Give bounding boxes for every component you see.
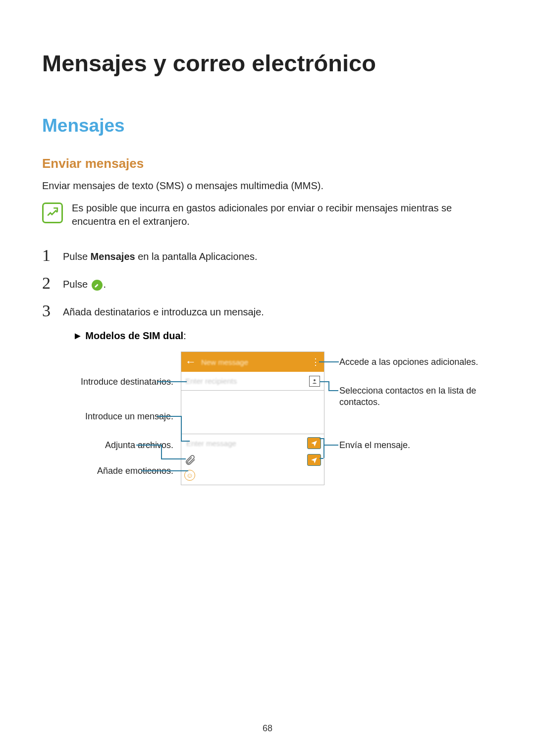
message-body-area xyxy=(181,391,324,434)
step-number: 3 xyxy=(42,302,53,319)
callout-line xyxy=(319,361,339,362)
callout-line xyxy=(328,381,329,390)
text: Pulse xyxy=(63,279,91,290)
callout-line xyxy=(323,438,324,458)
subsection-heading: Enviar mensajes xyxy=(42,156,493,171)
step-text: Pulse Mensajes en la pantalla Aplicacion… xyxy=(63,247,258,262)
callout-line xyxy=(328,390,338,391)
emoji-row: ☺ xyxy=(181,470,324,485)
contacts-icon xyxy=(309,376,320,387)
step-3: 3 Añada destinatarios e introduzca un me… xyxy=(42,302,493,319)
message-placeholder: Enter message xyxy=(184,439,303,448)
send-icon-2 xyxy=(307,454,321,466)
text: Pulse xyxy=(63,251,91,262)
note-text: Es posible que incurra en gastos adicion… xyxy=(72,202,493,228)
svg-point-0 xyxy=(314,379,316,381)
recipients-placeholder: Enter recipients xyxy=(185,377,237,385)
attach-icon xyxy=(184,454,196,466)
callout-line xyxy=(141,470,188,471)
message-input-row2 xyxy=(181,452,324,470)
step-text: Pulse . xyxy=(63,275,106,291)
callout-line xyxy=(320,438,323,439)
compose-icon xyxy=(92,280,103,291)
emoji-icon: ☺ xyxy=(184,470,195,481)
callout-line xyxy=(181,416,182,441)
phone-header: ← New message ⋮ xyxy=(181,352,324,372)
section-heading: Mensajes xyxy=(42,115,493,136)
callout-more-options: Accede a las opciones adicionales. xyxy=(339,356,488,368)
callout-recipients: Introduce destinatarios. xyxy=(42,376,173,388)
page-number: 68 xyxy=(0,723,535,734)
step-3-sub: ► Modelos de SIM dual: xyxy=(73,330,493,342)
callout-line xyxy=(161,445,162,458)
intro-text: Enviar mensajes de texto (SMS) o mensaje… xyxy=(42,180,493,192)
text: : xyxy=(183,330,186,341)
note-block: Es posible que incurra en gastos adicion… xyxy=(42,202,493,228)
callout-attach: Adjunta archivos. xyxy=(42,440,173,451)
message-input-row: Enter message xyxy=(181,434,324,452)
send-column xyxy=(307,437,321,449)
back-icon: ← xyxy=(185,355,196,368)
step-text: Añada destinatarios e introduzca un mens… xyxy=(63,302,264,318)
text: . xyxy=(104,279,107,290)
callout-line xyxy=(157,381,187,382)
send-icon-1 xyxy=(307,437,321,449)
callout-message: Introduce un mensaje. xyxy=(42,411,173,422)
step-number: 1 xyxy=(42,247,53,264)
step-2: 2 Pulse . xyxy=(42,275,493,292)
callout-line xyxy=(157,416,181,417)
step-number: 2 xyxy=(42,275,53,292)
callout-line xyxy=(161,458,186,459)
bold-text: Mensajes xyxy=(91,251,135,262)
callout-emoji: Añade emoticonos. xyxy=(42,465,173,477)
phone-mock: ← New message ⋮ Enter recipients Enter m… xyxy=(181,352,324,485)
callout-contacts: Selecciona contactos en la lista de cont… xyxy=(339,385,493,408)
text: en la pantalla Aplicaciones. xyxy=(135,251,258,262)
callout-line xyxy=(320,458,323,459)
recipients-row: Enter recipients xyxy=(181,372,324,391)
callout-send: Envía el mensaje. xyxy=(339,440,488,451)
note-icon xyxy=(42,202,63,223)
phone-header-title: New message xyxy=(201,358,248,366)
callout-line xyxy=(136,445,161,446)
callout-line xyxy=(323,445,338,446)
step-1: 1 Pulse Mensajes en la pantalla Aplicaci… xyxy=(42,247,493,264)
marker: ► xyxy=(73,330,85,341)
callout-line xyxy=(320,381,328,382)
page-title: Mensajes y correo electrónico xyxy=(42,50,493,77)
diagram: ← New message ⋮ Enter recipients Enter m… xyxy=(42,352,493,515)
callout-line xyxy=(181,441,190,442)
bold-text: Modelos de SIM dual xyxy=(85,330,183,341)
